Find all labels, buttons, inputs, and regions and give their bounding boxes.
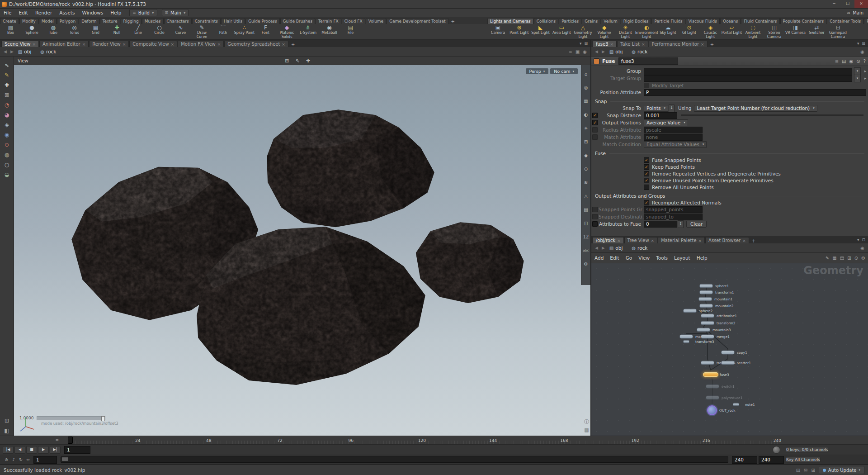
shelf-tool-gamepad-camera[interactable]: ⊟Gamepad Camera bbox=[827, 24, 849, 39]
shelf-tool-null[interactable]: ✚Null bbox=[106, 24, 127, 39]
shelf-tab-oceans[interactable]: Oceans bbox=[720, 18, 741, 24]
param-checkbox[interactable]: ✓ bbox=[592, 120, 598, 125]
current-frame-field[interactable]: 1 bbox=[64, 446, 90, 454]
forward-icon[interactable]: ▶ bbox=[600, 49, 607, 54]
playbar-menu-icon[interactable]: ≡ bbox=[55, 438, 59, 442]
network-node-mountain3[interactable] bbox=[697, 328, 710, 332]
slider-handle[interactable] bbox=[101, 416, 105, 421]
pane-tab-material-palette[interactable]: Material Palette× bbox=[658, 237, 705, 243]
combo-using[interactable]: Least Target Point Number (for cloud red… bbox=[694, 105, 817, 112]
param-checkbox[interactable] bbox=[592, 221, 598, 227]
pane-split-icon[interactable]: ⊟ bbox=[862, 41, 865, 46]
shelf-tab-pyro-fx[interactable]: Pyro FX bbox=[864, 18, 868, 24]
handles-lock[interactable]: ⊠ bbox=[2, 90, 12, 100]
close-icon[interactable]: × bbox=[282, 42, 285, 47]
info-icon[interactable]: ⓘ bbox=[584, 418, 589, 425]
close-icon[interactable]: × bbox=[123, 42, 126, 47]
playhead[interactable] bbox=[68, 437, 73, 444]
translate-tool[interactable]: ✚ bbox=[2, 80, 12, 90]
handles-icon[interactable]: ✚ bbox=[306, 58, 310, 64]
viewport-canvas[interactable]: Persp ▾ No cam ▾ ⌂◎▦◐☀⊞◆⊙≋△▤◫12abc⚙ 1.00… bbox=[14, 65, 590, 436]
close-icon[interactable]: × bbox=[171, 42, 175, 47]
stop-button[interactable]: ■ bbox=[26, 446, 37, 454]
breadcrumb-obj[interactable]: ▧obj bbox=[607, 245, 625, 251]
new-pane-tab-button[interactable]: + bbox=[750, 238, 758, 243]
toggle-checkbox[interactable]: ✓ bbox=[644, 171, 649, 176]
pane-tab-composite-view[interactable]: Composite View× bbox=[129, 41, 177, 47]
clear-button[interactable]: Clear bbox=[686, 221, 707, 228]
material-icon[interactable]: ◆ bbox=[581, 148, 590, 162]
shelf-tab-constraints[interactable]: Constraints bbox=[192, 18, 221, 24]
shelf-tool-volume-light[interactable]: ◆Volume Light bbox=[594, 24, 615, 39]
dropdown-button[interactable]: ▾ bbox=[854, 75, 861, 82]
menu-file[interactable]: File bbox=[0, 10, 15, 15]
toggle-checkbox[interactable]: ✓ bbox=[644, 157, 649, 163]
link-icon[interactable]: ∞ bbox=[568, 49, 572, 54]
misc-tool[interactable]: ◒ bbox=[2, 170, 12, 180]
close-icon[interactable]: × bbox=[742, 238, 746, 243]
pane-menu-icon[interactable]: ▾ bbox=[580, 41, 582, 46]
shelf-tab-particle-fluids[interactable]: Particle Fluids bbox=[651, 18, 685, 24]
shelf-tab-model[interactable]: Model bbox=[39, 18, 57, 24]
list-icon[interactable]: ▤ bbox=[840, 256, 844, 261]
realtime-toggle[interactable]: ⊘ bbox=[3, 456, 10, 463]
close-icon[interactable]: × bbox=[217, 42, 221, 47]
uv-icon[interactable]: ▤ bbox=[581, 203, 590, 216]
forward-icon[interactable]: ▶ bbox=[9, 49, 15, 54]
presets-icon[interactable]: ≡ bbox=[835, 59, 839, 64]
pane-tab-scene-view[interactable]: Scene View× bbox=[1, 41, 39, 47]
shelf-tool-circle[interactable]: ○Circle bbox=[149, 24, 170, 39]
viewport-icon[interactable]: ▣ bbox=[576, 49, 580, 54]
playback-jog-ball[interactable] bbox=[773, 446, 780, 454]
combo-match-condition[interactable]: Equal Attribute Values▾ bbox=[644, 141, 707, 148]
snap-point-tool[interactable]: ⊙ bbox=[2, 140, 12, 150]
shelf-tab-vellum[interactable]: Vellum bbox=[601, 18, 620, 24]
dropdown-button[interactable]: ▾ bbox=[854, 67, 861, 75]
network-node-attribnoise1[interactable] bbox=[701, 314, 714, 318]
split-view-icon[interactable]: ◫ bbox=[581, 216, 590, 230]
jump-end-button[interactable]: ▶| bbox=[50, 446, 61, 454]
pane-tab-asset-browser[interactable]: Asset Browser× bbox=[705, 237, 749, 243]
param-field-attributes-to-fuse[interactable]: 0 bbox=[644, 221, 677, 228]
range-handle[interactable] bbox=[62, 457, 68, 461]
toggle-checkbox[interactable]: ✓ bbox=[644, 178, 649, 183]
network-node-mountain2[interactable] bbox=[699, 304, 713, 308]
shelf-tab-container-tools[interactable]: Container Tools bbox=[827, 18, 863, 24]
shelf-tool-stereo-camera[interactable]: ◫Stereo Camera bbox=[764, 24, 785, 39]
find-icon[interactable]: ⊙ bbox=[854, 256, 858, 261]
toggle-checkbox[interactable]: ✓ bbox=[644, 200, 649, 205]
shelf-tool-grid[interactable]: ▦Grid bbox=[85, 24, 106, 39]
pane-tab-tree-view[interactable]: Tree View× bbox=[624, 237, 657, 243]
forward-icon[interactable]: ▶ bbox=[600, 246, 607, 250]
brush-tool[interactable]: ✎ bbox=[2, 70, 12, 80]
pane-tab-fuse3[interactable]: fuse3× bbox=[593, 41, 617, 47]
close-icon[interactable]: × bbox=[617, 238, 621, 243]
timeline-ruler[interactable]: 24487296120144168192216240 bbox=[61, 436, 784, 444]
close-icon[interactable]: × bbox=[701, 42, 704, 47]
network-node-out-rock[interactable] bbox=[707, 405, 717, 415]
pane-split-icon[interactable]: ⊟ bbox=[584, 41, 588, 46]
shelf-tab-game-development-toolset[interactable]: Game Development Toolset bbox=[387, 18, 448, 24]
snap-grid-tool[interactable]: ◉ bbox=[2, 130, 12, 140]
back-icon[interactable]: ◀ bbox=[2, 49, 9, 54]
network-node-polyreduce1[interactable] bbox=[706, 396, 719, 400]
pin-icon[interactable]: ◉ bbox=[849, 59, 854, 64]
pin-icon[interactable]: ◉ bbox=[860, 49, 864, 54]
pin-icon[interactable]: ◉ bbox=[860, 246, 864, 251]
network-node-merge1[interactable] bbox=[701, 335, 714, 339]
normals-icon[interactable]: △ bbox=[581, 189, 590, 203]
pane-tab-render-view[interactable]: Render View× bbox=[89, 41, 129, 47]
param-field-group[interactable] bbox=[644, 68, 852, 75]
loop-toggle[interactable]: ↻ bbox=[17, 456, 24, 463]
shelf-tool-point-light[interactable]: ⊛Point Light bbox=[509, 24, 530, 39]
shelf-tab-characters[interactable]: Characters bbox=[164, 18, 192, 24]
menu-edit[interactable]: Edit bbox=[15, 10, 32, 15]
param-field-snapped-points-gr[interactable]: snapped_points bbox=[644, 206, 703, 213]
view-menu[interactable]: View bbox=[18, 58, 28, 63]
grid-layout-icon[interactable]: ▦ bbox=[832, 256, 836, 261]
menu-help[interactable]: Help bbox=[107, 10, 125, 15]
pane-tab-animation-editor[interactable]: Animation Editor× bbox=[39, 41, 89, 47]
netmenu-help[interactable]: Help bbox=[693, 255, 711, 261]
help-icon[interactable]: ? bbox=[863, 59, 866, 64]
shelf-tool-spray-paint[interactable]: ∴Spray Paint bbox=[234, 24, 255, 39]
